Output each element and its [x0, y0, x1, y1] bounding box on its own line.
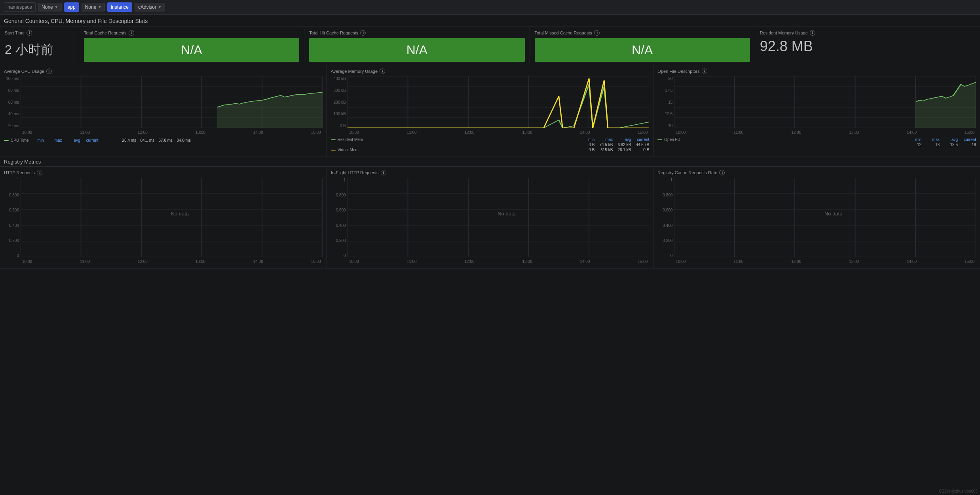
chart-grid: [21, 76, 323, 128]
info-icon[interactable]: ℹ: [360, 30, 366, 36]
total-hit-title: Total Hit Cache Requests ℹ: [309, 30, 524, 36]
resident-memory-value: 92.8 MB: [760, 38, 975, 55]
no-data-label: No data: [37, 178, 323, 249]
legend-color: [331, 150, 336, 150]
resident-memory-card: Resident Memory Usage ℹ 92.8 MB: [755, 27, 980, 65]
y-labels: 2017.51512.510: [657, 76, 674, 128]
x-labels: 10:0011:0012:0013:0014:0015:00: [674, 258, 976, 265]
info-icon[interactable]: ℹ: [719, 170, 725, 175]
x-labels: 10:0011:0012:0013:0014:0015:00: [348, 129, 650, 136]
legend-color: [657, 139, 662, 140]
no-data-label: No data: [691, 178, 976, 249]
http-requests-panel: HTTP Requests ℹ 10.8000.6000.4000.2000: [0, 167, 327, 268]
avg-cpu-panel: Average CPU Usage ℹ 100 ms80 ms60 ms40 m…: [0, 65, 327, 156]
chart-grid: [348, 76, 650, 128]
total-cache-title: Total Cache Requests ℹ: [84, 30, 299, 36]
total-missed-cache-card: Total Missed Cache Requests ℹ N/A: [530, 27, 755, 65]
start-time-card: Start Time ℹ 2 小时前: [0, 27, 79, 65]
info-icon[interactable]: ℹ: [129, 30, 134, 36]
no-data-label: No data: [364, 178, 650, 249]
legend-item: Resident Mem: [331, 137, 363, 142]
namespace-label[interactable]: namespace: [4, 2, 36, 12]
x-labels: 10:0011:0012:0013:0014:0015:00: [21, 129, 323, 136]
chevron-down-icon: ▼: [98, 5, 101, 9]
inflight-http-panel: In-Flight HTTP Requests ℹ 10.8000.6000.4…: [327, 167, 654, 268]
registry-cache-rate-title: Registry Cache Requests Rate ℹ: [657, 170, 976, 175]
total-missed-title: Total Missed Cache Requests ℹ: [535, 30, 750, 36]
y-labels: 10.8000.6000.4000.2000: [657, 178, 674, 258]
chart-grid: No data: [348, 178, 650, 257]
instance-label[interactable]: instance: [107, 2, 132, 12]
total-hit-cache-card: Total Hit Cache Requests ℹ N/A: [304, 27, 530, 65]
chart-legend: CPU Time min max avg current CPU Time 26…: [4, 137, 323, 143]
x-labels: 10:0011:0012:0013:0014:0015:00: [21, 258, 323, 265]
avg-cpu-title: Average CPU Usage ℹ: [4, 69, 323, 74]
total-cache-value: N/A: [84, 38, 299, 62]
registry-section-title: Registry Metrics: [0, 156, 980, 167]
info-icon[interactable]: ℹ: [27, 30, 32, 36]
info-icon[interactable]: ℹ: [37, 170, 42, 175]
info-icon[interactable]: ℹ: [46, 69, 52, 74]
chart-grid: No data: [21, 178, 323, 257]
avg-memory-chart: 400 kB300 kB200 kB100 kB0 B: [331, 76, 650, 136]
registry-cache-rate-panel: Registry Cache Requests Rate ℹ 10.8000.6…: [653, 167, 980, 268]
legend-row: CPU Time min max avg current: [4, 138, 99, 143]
avg-cpu-chart: 100 ms80 ms60 ms40 ms20 ms: [4, 76, 323, 136]
legend-item: Virtual Mem: [331, 148, 359, 152]
resident-memory-title: Resident Memory Usage ℹ: [760, 30, 975, 36]
x-labels: 10:0011:0012:0013:0014:0015:00: [348, 258, 650, 265]
legend-color: [331, 139, 336, 140]
y-labels: 400 kB300 kB200 kB100 kB0 B: [331, 76, 348, 128]
charts-row-2: HTTP Requests ℹ 10.8000.6000.4000.2000: [0, 167, 980, 268]
chart-legend: Open FD min max avg current Open FD 12 1…: [657, 137, 976, 147]
x-labels: 10:0011:0012:0013:0014:0015:00: [674, 129, 976, 136]
legend-item: Open FD: [657, 137, 680, 142]
inflight-http-title: In-Flight HTTP Requests ℹ: [331, 170, 650, 175]
top-bar: namespace None ▼ app None ▼ instance cAd…: [0, 0, 980, 15]
registry-cache-rate-chart: 10.8000.6000.4000.2000 No da: [657, 178, 976, 265]
info-icon[interactable]: ℹ: [810, 30, 815, 36]
chart-legend: Resident Mem min max avg current Residen…: [331, 137, 650, 153]
charts-row-1: Average CPU Usage ℹ 100 ms80 ms60 ms40 m…: [0, 65, 980, 156]
inflight-http-chart: 10.8000.6000.4000.2000 No da: [331, 178, 650, 265]
stat-values: 26.4 ms 84.1 ms 67.8 ms 84.0 ms: [121, 138, 191, 143]
main-section-title: General Counters, CPU, Memory and File D…: [0, 15, 980, 27]
stat-cols: min max avg current: [29, 138, 99, 143]
avg-memory-title: Average Memory Usage ℹ: [331, 69, 650, 74]
http-requests-chart: 10.8000.6000.4000.2000 No da: [4, 178, 323, 265]
open-fd-panel: Open File Descriptors ℹ 2017.51512.510: [653, 65, 980, 156]
info-icon[interactable]: ℹ: [702, 69, 707, 74]
y-labels: 10.8000.6000.4000.2000: [4, 178, 21, 258]
app-label[interactable]: app: [64, 2, 79, 12]
legend-item: CPU Time: [4, 138, 29, 143]
total-cache-requests-card: Total Cache Requests ℹ N/A: [79, 27, 304, 65]
chart-grid: No data: [674, 178, 976, 257]
http-requests-title: HTTP Requests ℹ: [4, 170, 323, 175]
info-icon[interactable]: ℹ: [594, 30, 600, 36]
avg-memory-panel: Average Memory Usage ℹ 400 kB300 kB200 k…: [327, 65, 654, 156]
open-fd-title: Open File Descriptors ℹ: [657, 69, 976, 74]
y-labels: 10.8000.6000.4000.2000: [331, 178, 348, 258]
namespace-dropdown[interactable]: None ▼: [38, 3, 62, 11]
chevron-down-icon: ▼: [158, 5, 161, 9]
instance-dropdown[interactable]: cAdvisor ▼: [135, 3, 165, 11]
y-labels: 100 ms80 ms60 ms40 ms20 ms: [4, 76, 21, 128]
info-icon[interactable]: ℹ: [381, 170, 386, 175]
legend-color: [4, 140, 9, 141]
chart-grid: [674, 76, 976, 128]
start-time-value: 2 小时前: [5, 38, 74, 62]
legend-values-row: CPU Time 26.4 ms 84.1 ms 67.8 ms 84.0 ms: [103, 138, 191, 143]
chevron-down-icon: ▼: [55, 5, 58, 9]
total-missed-value: N/A: [535, 38, 750, 62]
open-fd-chart: 2017.51512.510: [657, 76, 976, 136]
total-hit-value: N/A: [309, 38, 524, 62]
stat-cards-row: Start Time ℹ 2 小时前 Total Cache Requests …: [0, 27, 980, 65]
start-time-title: Start Time ℹ: [5, 30, 74, 36]
info-icon[interactable]: ℹ: [380, 69, 385, 74]
app-dropdown[interactable]: None ▼: [82, 3, 105, 11]
